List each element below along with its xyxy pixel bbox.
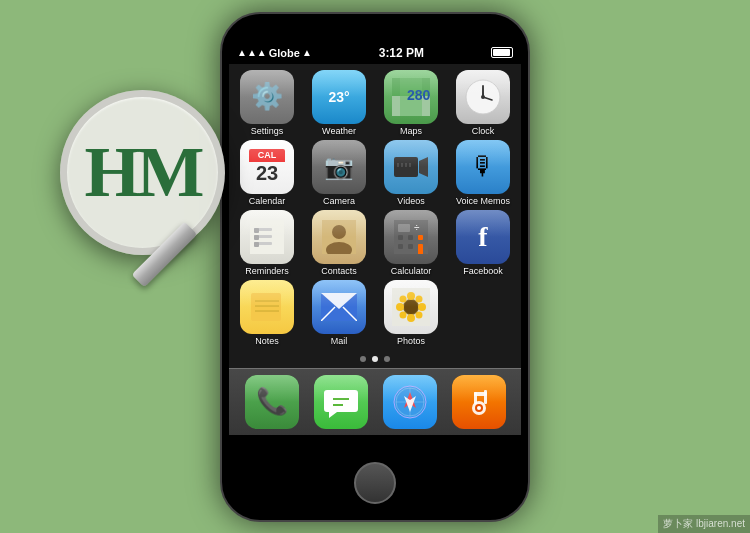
videos-label: Videos: [397, 196, 424, 206]
page-dot-2: [372, 356, 378, 362]
clock-label: Clock: [472, 126, 495, 136]
phone-screen: ▲▲▲ Globe ▲ 3:12 PM: [229, 42, 521, 435]
status-bar: ▲▲▲ Globe ▲ 3:12 PM: [229, 42, 521, 64]
dock: 📞: [229, 368, 521, 435]
voicememos-label: Voice Memos: [456, 196, 510, 206]
signal-bars: ▲▲▲: [237, 47, 267, 58]
battery-indicator: [491, 47, 513, 58]
svg-rect-30: [408, 244, 413, 249]
notes-label: Notes: [255, 336, 279, 346]
photos-icon[interactable]: [384, 280, 438, 334]
app-mail[interactable]: Mail: [305, 280, 373, 346]
dock-messages[interactable]: [314, 375, 368, 429]
app-facebook[interactable]: f Facebook: [449, 210, 517, 276]
time-display: 3:12 PM: [379, 46, 424, 60]
app-voicememos[interactable]: 🎙 Voice Memos: [449, 140, 517, 206]
svg-rect-28: [398, 244, 403, 249]
page-dot-1: [360, 356, 366, 362]
page-dot-3: [384, 356, 390, 362]
facebook-icon[interactable]: f: [456, 210, 510, 264]
phone-frame: ▲▲▲ Globe ▲ 3:12 PM: [220, 12, 530, 522]
svg-point-50: [400, 311, 407, 318]
app-row-1: ⚙️ Settings 23° Weather: [233, 70, 517, 136]
voicememos-icon[interactable]: 🎙: [456, 140, 510, 194]
app-row-3: Reminders Contacts: [233, 210, 517, 276]
magnifier-text: HM: [85, 131, 201, 214]
page-background: ▲▲▲ Globe ▲ 3:12 PM: [0, 0, 750, 533]
facebook-label: Facebook: [463, 266, 503, 276]
maps-label: Maps: [400, 126, 422, 136]
app-contacts[interactable]: Contacts: [305, 210, 373, 276]
dock-itunes[interactable]: [452, 375, 506, 429]
app-empty: [449, 280, 503, 334]
calculator-icon[interactable]: ÷: [384, 210, 438, 264]
svg-point-63: [477, 406, 481, 410]
dock-phone[interactable]: 📞: [245, 375, 299, 429]
carrier-signal: ▲▲▲ Globe ▲: [237, 47, 312, 59]
app-camera[interactable]: 📷 Camera: [305, 140, 373, 206]
dock-safari[interactable]: [383, 375, 437, 429]
safari-icon[interactable]: [383, 375, 437, 429]
mail-icon[interactable]: [312, 280, 366, 334]
camera-label: Camera: [323, 196, 355, 206]
mail-label: Mail: [331, 336, 348, 346]
app-calculator[interactable]: ÷ Calculator: [377, 210, 445, 276]
magnifier-glass: HM: [60, 90, 225, 255]
itunes-icon[interactable]: [452, 375, 506, 429]
app-clock[interactable]: Clock: [449, 70, 517, 136]
carrier-name: Globe: [269, 47, 300, 59]
contacts-label: Contacts: [321, 266, 357, 276]
app-row-2: CAL 23 Calendar 📷 Camera: [233, 140, 517, 206]
weather-label: Weather: [322, 126, 356, 136]
clock-icon[interactable]: [456, 70, 510, 124]
wifi-icon: ▲: [302, 47, 312, 58]
app-weather[interactable]: 23° Weather: [305, 70, 373, 136]
contacts-icon[interactable]: [312, 210, 366, 264]
watermark: 萝卜家 lbjiaren.net: [658, 515, 750, 533]
app-row-4: Notes Mail: [233, 280, 517, 346]
home-button[interactable]: [354, 462, 396, 504]
weather-icon[interactable]: 23°: [312, 70, 366, 124]
app-photos[interactable]: Photos: [377, 280, 445, 346]
app-grid: ⚙️ Settings 23° Weather: [229, 64, 521, 352]
app-maps[interactable]: 280 Maps: [377, 70, 445, 136]
messages-icon[interactable]: [314, 375, 368, 429]
photos-label: Photos: [397, 336, 425, 346]
maps-icon[interactable]: 280: [384, 70, 438, 124]
camera-icon[interactable]: 📷: [312, 140, 366, 194]
page-dots: [229, 352, 521, 366]
magnifier-overlay: HM: [60, 90, 260, 290]
svg-point-51: [416, 311, 423, 318]
svg-rect-32: [418, 244, 423, 254]
calculator-label: Calculator: [391, 266, 432, 276]
videos-icon[interactable]: [384, 140, 438, 194]
phone-icon[interactable]: 📞: [245, 375, 299, 429]
svg-point-45: [407, 314, 415, 322]
app-videos[interactable]: Videos: [377, 140, 445, 206]
